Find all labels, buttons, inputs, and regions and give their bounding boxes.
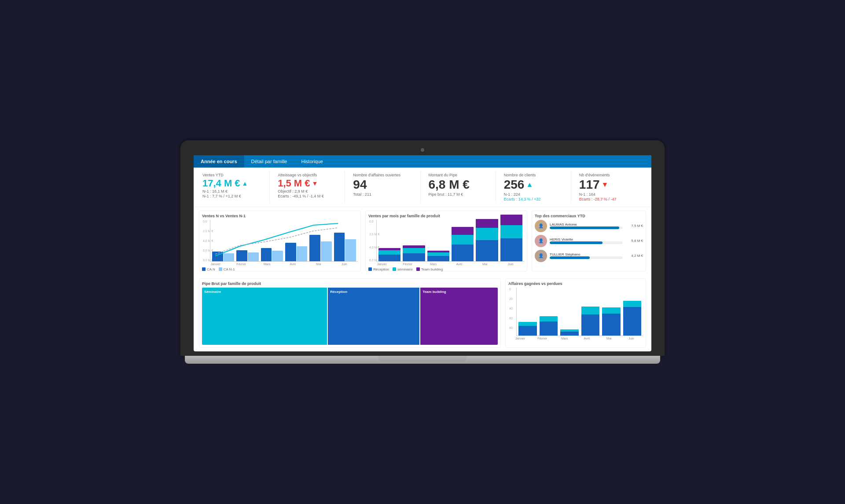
- screen-content: Année en cours Détail par famille Histor…: [194, 155, 651, 351]
- chart2-bar-apr: [452, 227, 474, 261]
- sales-bar-container-1: [550, 226, 623, 229]
- bar-n1-may: [321, 241, 332, 261]
- bar-n-may: [309, 235, 320, 261]
- kpi-affaires: Nombre d'affaires ouvertes 94 Total : 21…: [349, 171, 420, 203]
- bar-won-jun: [623, 307, 642, 336]
- bar-lost-feb: [540, 316, 558, 321]
- dot-seminaire: [393, 267, 396, 271]
- chart1-title: Ventes N vs Ventes N-1: [202, 214, 358, 218]
- bar-seminaire-apr: [452, 235, 474, 245]
- label-apr-1: Avril: [281, 263, 305, 266]
- bar-seminaire-jan: [378, 250, 400, 255]
- arrow-down-6: ▼: [602, 181, 609, 189]
- affaires-group-may: [602, 307, 621, 336]
- chart1-y-wrapper: 8,0 M € 6,0 M € 4,0 M € 2,0 M € 0,0: [202, 220, 358, 262]
- tab-annee-en-cours[interactable]: Année en cours: [194, 155, 244, 168]
- legend-label-reception: Réception: [373, 267, 389, 271]
- label-jun-1: Juin: [333, 263, 356, 266]
- kpi-sub2-2: Ecarts : -49,1 % / -1,4 M €: [278, 194, 341, 198]
- chart2-bar-mar: [427, 251, 449, 261]
- affaires-group-jun: [623, 301, 642, 336]
- treemap-label-reception: Réception: [330, 290, 347, 294]
- bar-n-jun: [334, 233, 345, 261]
- bar-group-jun: [334, 233, 356, 261]
- chart2-area: 6,0 M € 4,0 M € 2,0 M € 0,0: [368, 220, 524, 268]
- sales-bar-container-3: [550, 256, 623, 259]
- bar-seminaire-feb: [403, 248, 425, 253]
- legend-team-building: Team building: [416, 267, 443, 271]
- kpi-label-2: Atteissage vs objectifs: [278, 173, 341, 177]
- arrow-up-5: ▲: [526, 181, 533, 189]
- sales-bar-2: [550, 241, 603, 244]
- label-jun-aff: Juin: [621, 337, 642, 340]
- kpi-clients: Nombre de clients 256 ▲ N-1 : 224 Ecarts…: [500, 171, 571, 203]
- kpi-sub1-6: N-1 : 164: [579, 192, 643, 197]
- label-mar-1: Mars: [255, 263, 279, 266]
- sales-value-2: 5,6 M €: [625, 239, 643, 243]
- bar-n1-feb: [248, 252, 259, 261]
- bar-seminaire-may: [476, 228, 498, 240]
- kpi-atteissage: Atteissage vs objectifs 1,5 M € ▼ Object…: [274, 171, 345, 203]
- label-feb-1: Février: [230, 263, 254, 266]
- label-apr-aff: Avril: [577, 337, 597, 340]
- sales-bar-1: [550, 226, 619, 229]
- kpi-sub2-1: N-1 : 7,7 % / +1,2 M €: [202, 194, 266, 198]
- kpi-value-1: 17,4 M €: [202, 178, 240, 189]
- bar-reception-feb: [403, 253, 425, 261]
- affaires-title: Affaires gagnées vs perdues: [508, 281, 643, 286]
- kpi-value-2: 1,5 M €: [278, 178, 310, 189]
- bar-n-mar: [261, 248, 272, 261]
- bar-n1-mar: [272, 251, 283, 261]
- sales-bar-3: [550, 256, 590, 259]
- avatar-3: 👤: [535, 250, 547, 262]
- chart2-bar-feb: [403, 245, 425, 261]
- chart1-legend: CA N CA N-1: [202, 267, 358, 271]
- kpi-value-4: 6,8 M €: [429, 178, 492, 192]
- sales-name-3: TULLIER Stéphano: [550, 252, 585, 256]
- arrow-up-1: ▲: [242, 180, 248, 187]
- tab-historique[interactable]: Historique: [294, 155, 330, 168]
- treemap-reception: Réception: [328, 288, 419, 345]
- bar-group-mar: [261, 248, 283, 261]
- kpi-row: Ventes YTD 17,4 M € ▲ N-1 : 16,1 M € N-1…: [194, 168, 651, 207]
- legend-label-seminaire: séminaire: [397, 267, 413, 271]
- kpi-value-3: 94: [353, 178, 416, 192]
- kpi-sub2-6: Ecarts : -28,7 % / -47: [579, 197, 643, 201]
- label-mar-aff: Mars: [555, 337, 575, 340]
- laptop-base: [185, 356, 660, 364]
- label-jun-2: Juin: [499, 263, 523, 266]
- sales-name-1: LAUMAS Antoine: [550, 223, 585, 226]
- kpi-label-5: Nombre de clients: [504, 173, 567, 177]
- avatar-img-1: 👤: [535, 220, 547, 232]
- kpi-label-6: Nb d'événements: [579, 173, 643, 177]
- sales-bar-container-2: [550, 241, 623, 244]
- label-feb-2: Février: [396, 263, 420, 266]
- label-jan-aff: Janvier: [510, 337, 530, 340]
- chart1-area: 8,0 M € 6,0 M € 4,0 M € 2,0 M € 0,0: [202, 220, 358, 268]
- bar-won-jan: [518, 326, 537, 336]
- kpi-label-1: Ventes YTD: [202, 173, 266, 177]
- bar-won-may: [602, 314, 621, 336]
- chart2-bar-jan: [378, 248, 400, 261]
- chart2-bar-may: [476, 219, 498, 261]
- charts-row-1: Ventes N vs Ventes N-1 8,0 M € 6,0 M € 4…: [194, 207, 651, 275]
- chart2-y-wrapper: 6,0 M € 4,0 M € 2,0 M € 0,0: [368, 220, 524, 262]
- sales-value-1: 7,5 M €: [625, 224, 643, 228]
- affaires-group-apr: [581, 307, 600, 336]
- tab-detail-famille[interactable]: Détail par famille: [244, 155, 294, 168]
- bar-lost-jun: [623, 301, 642, 307]
- bar-won-apr: [581, 314, 600, 336]
- chart2-x-labels: Janvier Février Mars Avril Mai Juin: [368, 262, 524, 266]
- treemap-team-building: Team building: [420, 288, 498, 345]
- sales-value-3: 4,2 M €: [625, 254, 643, 258]
- laptop-stand: [378, 356, 467, 362]
- chart-ventes-famille: Ventes par mois par famille de produit 6…: [365, 211, 527, 271]
- kpi-value-5: 256: [504, 178, 525, 192]
- avatar-1: 👤: [535, 220, 547, 232]
- kpi-ventes-ytd: Ventes YTD 17,4 M € ▲ N-1 : 16,1 M € N-1…: [199, 171, 270, 203]
- chart2-legend: Réception séminaire Team building: [368, 267, 524, 271]
- bar-n1-jun: [345, 239, 356, 261]
- kpi-sub1-5: N-1 : 224: [504, 192, 567, 197]
- chart2-bars: [376, 220, 524, 262]
- bar-reception-apr: [452, 245, 474, 261]
